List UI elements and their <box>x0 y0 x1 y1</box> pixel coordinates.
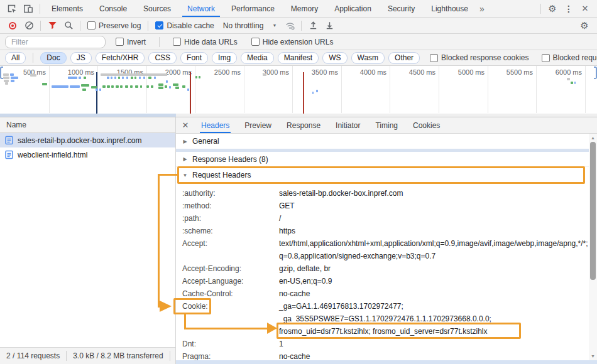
waterfall-bar <box>120 85 123 88</box>
waterfall-bar <box>316 90 318 92</box>
export-har-icon[interactable] <box>321 19 337 33</box>
filter-chip-font[interactable]: Font <box>180 52 208 64</box>
header-value: en-US,en;q=0.9 <box>279 275 597 287</box>
details-scrollbar[interactable]: ▲ ▼ <box>589 134 597 360</box>
filter-chip-wasm[interactable]: Wasm <box>351 52 385 64</box>
tab-sources[interactable]: Sources <box>135 0 179 17</box>
details-tab-timing[interactable]: Timing <box>368 117 405 133</box>
header-value: text/html,application/xhtml+xml,applicat… <box>279 237 597 262</box>
tab-elements[interactable]: Elements <box>43 0 91 17</box>
details-tab-preview[interactable]: Preview <box>237 117 279 133</box>
section-general-label: General <box>192 137 219 146</box>
throttling-select[interactable]: No throttling ▼ <box>218 21 282 30</box>
header-name: Cache-Control: <box>176 287 279 300</box>
header-value: GET <box>279 200 597 212</box>
filter-chip-ws[interactable]: WS <box>322 52 347 64</box>
name-column-header[interactable]: Name <box>0 117 175 133</box>
filter-input[interactable] <box>5 36 106 48</box>
filter-chip-manifest[interactable]: Manifest <box>278 52 319 64</box>
search-icon[interactable] <box>60 19 77 33</box>
tab-lighthouse[interactable]: Lighthouse <box>423 0 476 17</box>
request-name: sales-retail-bp.docker-box.inpref.com <box>18 136 141 145</box>
scroll-up-icon[interactable]: ▲ <box>589 136 597 140</box>
details-horizontal-scrollbar[interactable] <box>176 360 597 364</box>
more-tabs-icon[interactable]: » <box>476 4 488 14</box>
filter-chip-img[interactable]: Img <box>212 52 237 64</box>
waterfall-bar <box>107 85 110 88</box>
filter-funnel-icon[interactable] <box>44 19 60 33</box>
section-request-headers[interactable]: ▼ Request Headers <box>176 167 597 183</box>
waterfall-bar <box>68 77 77 79</box>
checkbox-blocked-requests[interactable]: Blocked requests <box>538 53 597 62</box>
import-har-icon[interactable] <box>305 19 321 33</box>
scrollbar-thumb[interactable] <box>0 114 176 117</box>
settings-gear-icon[interactable]: ⚙ <box>544 2 561 16</box>
inspect-element-icon[interactable] <box>4 2 20 16</box>
tab-console[interactable]: Console <box>91 0 135 17</box>
details-tab-initiator[interactable]: Initiator <box>328 117 368 133</box>
tab-memory[interactable]: Memory <box>283 0 326 17</box>
event-marker-line <box>303 72 304 114</box>
overview-canvas[interactable]: 500 ms1000 ms1500 ms2000 ms2500 ms3000 m… <box>0 66 597 117</box>
timeline-label: 5500 ms <box>507 68 533 76</box>
tab-network[interactable]: Network <box>179 0 223 17</box>
scrollbar-thumb[interactable] <box>590 142 596 280</box>
hide-data-urls-checkbox[interactable]: Hide data URLs <box>169 38 241 46</box>
close-details-icon[interactable]: ✕ <box>177 120 194 130</box>
filter-chip-css[interactable]: CSS <box>148 52 177 64</box>
range-handle-right-icon[interactable] <box>594 67 597 79</box>
header-name: Accept-Encoding: <box>176 262 279 275</box>
invert-checkbox[interactable]: Invert <box>112 38 150 46</box>
waterfall-bar <box>99 88 101 91</box>
header-row: Accept-Language:en-US,en;q=0.9 <box>176 275 597 287</box>
checkbox-blocked-response-cookies[interactable]: Blocked response cookies <box>426 53 532 62</box>
disable-cache-checkbox[interactable]: Disable cache <box>151 21 217 30</box>
waterfall-bar <box>10 73 14 76</box>
clear-network-log-icon[interactable] <box>21 19 37 33</box>
section-response-headers[interactable]: ▶ Response Headers (8) <box>176 152 597 167</box>
section-request-headers-label: Request Headers <box>192 171 251 179</box>
details-tab-cookies[interactable]: Cookies <box>405 117 447 133</box>
menu-kebab-icon[interactable]: ⋮ <box>561 2 577 16</box>
timeline-gridline <box>341 66 342 113</box>
separator <box>40 21 41 31</box>
network-settings-gear-icon[interactable]: ⚙ <box>576 19 593 33</box>
checkbox-box <box>87 21 96 29</box>
filter-chip-other[interactable]: Other <box>388 52 420 64</box>
tab-performance[interactable]: Performance <box>223 0 283 17</box>
filter-chip-js[interactable]: JS <box>70 52 92 64</box>
waterfall-bar <box>3 73 9 76</box>
header-row: Dnt:1 <box>176 338 597 350</box>
tab-security[interactable]: Security <box>380 0 423 17</box>
request-row[interactable]: sales-retail-bp.docker-box.inpref.com <box>0 133 175 147</box>
record-network-log-icon[interactable] <box>4 19 21 33</box>
header-value: 1 <box>279 338 597 350</box>
section-general[interactable]: ▶ General <box>176 134 597 149</box>
filter-chip-fetch-xhr[interactable]: Fetch/XHR <box>96 52 145 64</box>
device-toolbar-icon[interactable] <box>20 2 36 16</box>
waterfall-bar <box>574 82 576 84</box>
hide-extension-urls-checkbox[interactable]: Hide extension URLs <box>248 38 337 46</box>
hide-extension-urls-label: Hide extension URLs <box>263 38 334 46</box>
close-devtools-icon[interactable]: ✕ <box>577 2 593 16</box>
overview-scrollbar[interactable] <box>0 114 597 117</box>
scroll-down-icon[interactable]: ▼ <box>589 354 597 358</box>
header-row: :scheme:https <box>176 225 597 237</box>
details-tab-headers[interactable]: Headers <box>194 117 237 133</box>
network-conditions-icon[interactable] <box>282 19 298 33</box>
timeline-label: 4500 ms <box>409 68 435 76</box>
checkbox-label: Blocked response cookies <box>441 53 529 62</box>
filter-chip-media[interactable]: Media <box>241 52 274 64</box>
request-row[interactable]: webclient-infield.html <box>0 147 175 162</box>
tab-application[interactable]: Application <box>326 0 380 17</box>
chevron-right-icon: ▶ <box>182 156 188 162</box>
waterfall-bar <box>166 80 168 83</box>
header-row: :path:/ <box>176 212 597 225</box>
details-tab-response[interactable]: Response <box>279 117 328 133</box>
waterfall-bar <box>96 88 98 91</box>
filter-chip-doc[interactable]: Doc <box>40 52 66 64</box>
separator <box>80 21 80 31</box>
header-value: gzip, deflate, br <box>279 262 597 275</box>
preserve-log-checkbox[interactable]: Preserve log <box>84 21 145 30</box>
filter-chip-all[interactable]: All <box>5 52 26 64</box>
